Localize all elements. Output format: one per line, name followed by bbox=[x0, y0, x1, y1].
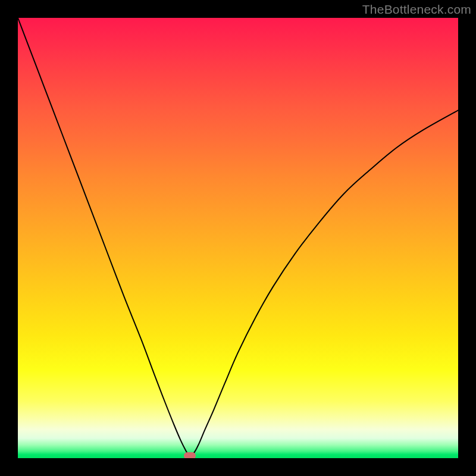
optimal-marker bbox=[184, 452, 196, 458]
plot-area bbox=[18, 18, 458, 458]
bottleneck-curve bbox=[18, 18, 458, 456]
watermark-text: TheBottleneck.com bbox=[362, 2, 471, 17]
curve-svg bbox=[18, 18, 458, 458]
chart-frame: TheBottleneck.com bbox=[0, 0, 476, 476]
